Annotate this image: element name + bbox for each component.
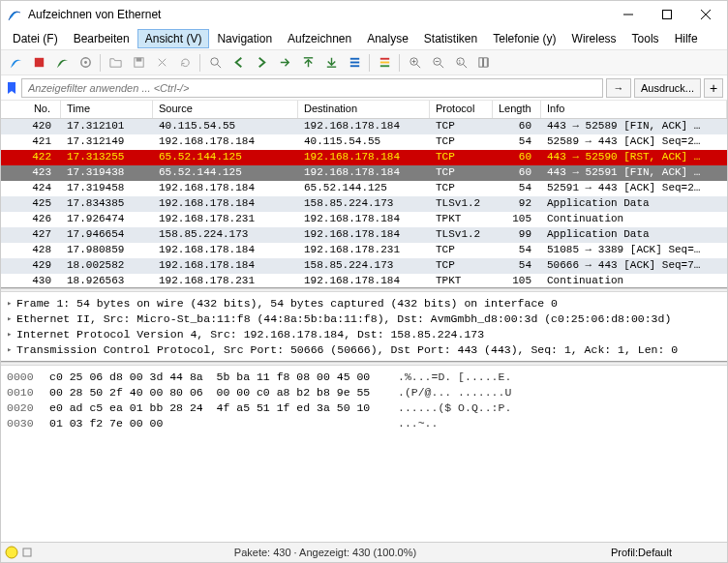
toolbar-separator — [100, 54, 101, 72]
expand-icon[interactable]: ▸ — [7, 296, 16, 311]
packet-list-header: No. Time Source Destination Protocol Len… — [1, 101, 727, 119]
svg-rect-4 — [34, 58, 43, 67]
open-file-icon[interactable] — [105, 52, 126, 74]
detail-row[interactable]: ▸Internet Protocol Version 4, Src: 192.1… — [7, 327, 721, 342]
zoom-in-icon[interactable] — [404, 52, 425, 74]
menu-capture[interactable]: Aufzeichnen — [280, 29, 359, 48]
menu-telephony[interactable]: Telefonie (y) — [485, 29, 563, 48]
packet-list-pane: No. Time Source Destination Protocol Len… — [1, 101, 727, 288]
auto-scroll-icon[interactable] — [344, 52, 365, 74]
toolbar-separator — [369, 54, 370, 72]
menu-view[interactable]: Ansicht (V) — [137, 29, 210, 48]
find-icon[interactable] — [204, 52, 226, 74]
minimize-button[interactable] — [609, 1, 648, 28]
svg-point-34 — [6, 547, 17, 558]
svg-rect-32 — [483, 58, 487, 67]
hex-row[interactable]: 001000 28 50 2f 40 00 80 06 00 00 c0 a8 … — [7, 385, 721, 400]
bookmark-icon[interactable] — [5, 81, 18, 95]
detail-row[interactable]: ▸Ethernet II, Src: Micro-St_ba:11:f8 (44… — [7, 311, 721, 327]
detail-row[interactable]: ▸Frame 1: 54 bytes on wire (432 bits), 5… — [7, 296, 721, 311]
menu-wireless[interactable]: Wireless — [564, 29, 624, 48]
menu-file[interactable]: Datei (F) — [5, 29, 66, 48]
packet-row[interactable]: 42417.319458192.168.178.18465.52.144.125… — [1, 181, 727, 196]
svg-line-22 — [416, 64, 420, 68]
menu-nav[interactable]: Navigation — [209, 29, 280, 48]
close-file-icon[interactable] — [151, 52, 172, 74]
detail-row[interactable]: ▸Transmission Control Protocol, Src Port… — [7, 342, 721, 358]
capture-file-icon[interactable] — [22, 548, 32, 557]
zoom-reset-icon[interactable]: 1 — [450, 52, 471, 74]
add-filter-button[interactable]: + — [704, 78, 723, 98]
menu-bar: Datei (F) Bearbeiten Ansicht (V) Navigat… — [1, 28, 727, 49]
maximize-button[interactable] — [648, 1, 686, 28]
menu-analyze[interactable]: Analyse — [359, 29, 416, 48]
svg-line-26 — [440, 64, 443, 68]
start-capture-icon[interactable] — [5, 52, 26, 74]
hex-row[interactable]: 0020e0 ad c5 ea 01 bb 28 24 4f a5 51 1f … — [7, 400, 721, 416]
packet-row[interactable]: 42117.312149192.168.178.18440.115.54.55T… — [1, 134, 727, 150]
app-icon — [7, 7, 22, 22]
svg-rect-1 — [663, 11, 672, 19]
packet-row[interactable]: 42517.834385192.168.178.184158.85.224.17… — [1, 196, 727, 212]
goto-first-icon[interactable] — [297, 52, 318, 74]
packet-row[interactable]: 42017.31210140.115.54.55192.168.178.184T… — [1, 119, 727, 134]
status-packets: Pakete: 430 · Angezeigt: 430 (100.0%) — [40, 547, 611, 558]
svg-line-12 — [217, 64, 221, 68]
hex-row[interactable]: 0000c0 25 06 d8 00 3d 44 8a 5b ba 11 f8 … — [7, 370, 721, 385]
col-source[interactable]: Source — [153, 101, 298, 118]
svg-rect-31 — [478, 58, 482, 67]
col-info[interactable]: Info — [541, 101, 727, 118]
next-packet-icon[interactable] — [251, 52, 272, 74]
goto-packet-icon[interactable] — [274, 52, 295, 74]
restart-capture-icon[interactable] — [51, 52, 73, 74]
svg-rect-8 — [136, 58, 141, 62]
col-protocol[interactable]: Protocol — [430, 101, 493, 118]
prev-packet-icon[interactable] — [228, 52, 249, 74]
expand-icon[interactable]: ▸ — [7, 327, 16, 342]
display-filter-input[interactable] — [21, 78, 603, 98]
colorize-icon[interactable] — [374, 52, 395, 74]
svg-text:1: 1 — [458, 59, 461, 65]
reload-icon[interactable] — [174, 52, 196, 74]
close-button[interactable] — [686, 1, 725, 28]
status-bar: Pakete: 430 · Angezeigt: 430 (100.0%) Pr… — [1, 542, 727, 562]
packet-details-pane[interactable]: ▸Frame 1: 54 bytes on wire (432 bits), 5… — [1, 292, 727, 362]
svg-line-29 — [463, 64, 467, 68]
zoom-out-icon[interactable] — [427, 52, 448, 74]
packet-row[interactable]: 42617.926474192.168.178.231192.168.178.1… — [1, 212, 727, 227]
stop-capture-icon[interactable] — [28, 52, 49, 74]
title-bar: Aufzeichnen von Ethernet — [1, 1, 727, 28]
goto-last-icon[interactable] — [320, 52, 342, 74]
menu-stats[interactable]: Statistiken — [416, 29, 485, 48]
save-file-icon[interactable] — [128, 52, 149, 74]
expert-info-icon[interactable] — [5, 546, 18, 559]
toolbar-separator — [199, 54, 200, 72]
expression-button[interactable]: Ausdruck... — [634, 78, 701, 98]
menu-help[interactable]: Hilfe — [667, 29, 706, 48]
packet-row[interactable]: 42817.980859192.168.178.184192.168.178.2… — [1, 243, 727, 258]
col-no[interactable]: No. — [1, 101, 61, 118]
resize-columns-icon[interactable] — [473, 52, 495, 74]
col-destination[interactable]: Destination — [298, 101, 430, 118]
filter-apply-arrow[interactable]: → — [606, 78, 631, 98]
svg-rect-35 — [23, 548, 31, 556]
packet-row[interactable]: 42918.002582192.168.178.184158.85.224.17… — [1, 258, 727, 274]
col-length[interactable]: Length — [493, 101, 541, 118]
col-time[interactable]: Time — [61, 101, 153, 118]
svg-point-11 — [210, 58, 218, 66]
hex-row[interactable]: 003001 03 f2 7e 00 00...~.. — [7, 416, 721, 431]
packet-bytes-pane[interactable]: 0000c0 25 06 d8 00 3d 44 8a 5b ba 11 f8 … — [1, 366, 727, 542]
toolbar-separator — [399, 54, 400, 72]
menu-tools[interactable]: Tools — [624, 29, 667, 48]
packet-row[interactable]: 42217.31325565.52.144.125192.168.178.184… — [1, 150, 727, 165]
menu-edit[interactable]: Bearbeiten — [66, 29, 137, 48]
capture-options-icon[interactable] — [75, 52, 96, 74]
packet-list-body[interactable]: 42017.31210140.115.54.55192.168.178.184T… — [1, 119, 727, 287]
packet-row[interactable]: 42717.946654158.85.224.173192.168.178.18… — [1, 227, 727, 243]
expand-icon[interactable]: ▸ — [7, 342, 16, 358]
expand-icon[interactable]: ▸ — [7, 311, 16, 327]
status-profile[interactable]: Profil:Default — [611, 547, 727, 558]
window-title: Aufzeichnen von Ethernet — [28, 8, 609, 21]
packet-row[interactable]: 42317.31943865.52.144.125192.168.178.184… — [1, 165, 727, 181]
packet-row[interactable]: 43018.926563192.168.178.231192.168.178.1… — [1, 274, 727, 287]
